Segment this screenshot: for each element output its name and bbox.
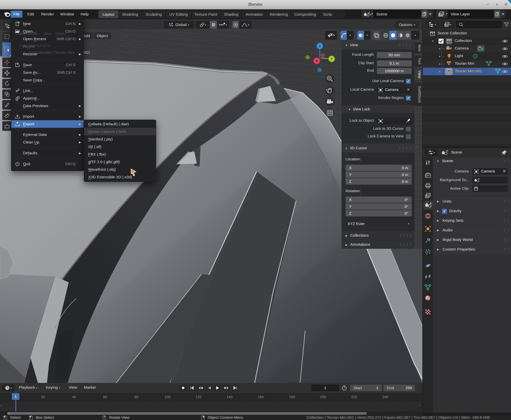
svg-text:Y: Y: [331, 57, 333, 61]
svg-text:Z: Z: [319, 44, 321, 48]
svg-text:X: X: [316, 59, 318, 63]
